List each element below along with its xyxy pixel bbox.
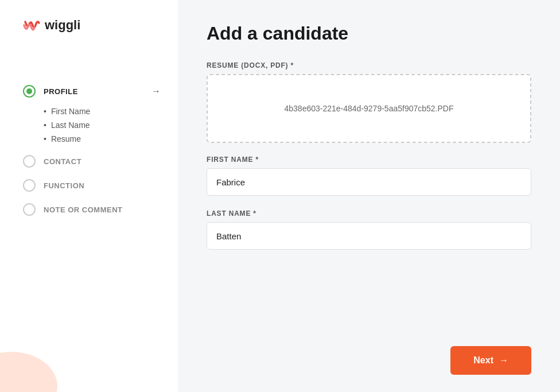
sub-item-lastname: Last Name [44,118,161,132]
form-section: RESUME (Docx, Pdf) * 4b38e603-221e-484d-… [207,61,531,335]
footer: Next → [207,335,531,375]
step-function-circle [23,179,36,192]
resume-filename: 4b38e603-221e-484d-9279-5aa5f907cb52.PDF [284,104,453,113]
next-button[interactable]: Next → [450,346,531,375]
sidebar: wiggli PROFILE → First Name Last Name Re… [0,0,178,392]
profile-sub-items: First Name Last Name Resume [44,104,161,146]
next-label: Next [473,355,493,366]
step-function[interactable]: FUNCTION [23,173,161,197]
svg-point-0 [0,352,57,392]
modal-container: × wiggli PROFILE → First Name Last Name … [0,0,560,392]
resume-upload-area[interactable]: 4b38e603-221e-484d-9279-5aa5f907cb52.PDF [207,74,531,143]
next-arrow-icon: → [499,355,508,366]
step-profile-circle [23,85,36,98]
content-area: Add a candidate RESUME (Docx, Pdf) * 4b3… [178,0,560,392]
steps-nav: PROFILE → First Name Last Name Resume CO… [23,79,161,222]
step-contact-label: CONTACT [44,157,81,166]
resume-field-group: RESUME (Docx, Pdf) * 4b38e603-221e-484d-… [207,61,531,143]
sub-item-resume: Resume [44,132,161,146]
logo-text: wiggli [45,18,80,33]
first-name-input[interactable] [207,168,531,196]
page-title: Add a candidate [207,23,531,44]
first-name-label: FIRST NAME * [207,156,531,164]
wiggli-logo-icon [23,17,41,33]
step-profile-arrow: → [151,86,161,96]
resume-label: RESUME (Docx, Pdf) * [207,61,531,69]
blob-decoration [0,335,69,392]
last-name-input[interactable] [207,222,531,250]
step-note[interactable]: NOTE OR COMMENT [23,197,161,222]
step-function-label: FUNCTION [44,181,84,190]
step-profile-label: PROFILE [44,87,78,96]
first-name-field-group: FIRST NAME * [207,156,531,207]
step-note-circle [23,203,36,216]
sub-item-firstname: First Name [44,104,161,118]
last-name-field-group: LAST NAME * [207,209,531,261]
step-contact[interactable]: CONTACT [23,149,161,173]
step-profile[interactable]: PROFILE → [23,79,161,103]
step-note-label: NOTE OR COMMENT [44,205,123,214]
logo: wiggli [23,17,161,33]
step-contact-circle [23,155,36,168]
last-name-label: LAST NAME * [207,209,531,218]
